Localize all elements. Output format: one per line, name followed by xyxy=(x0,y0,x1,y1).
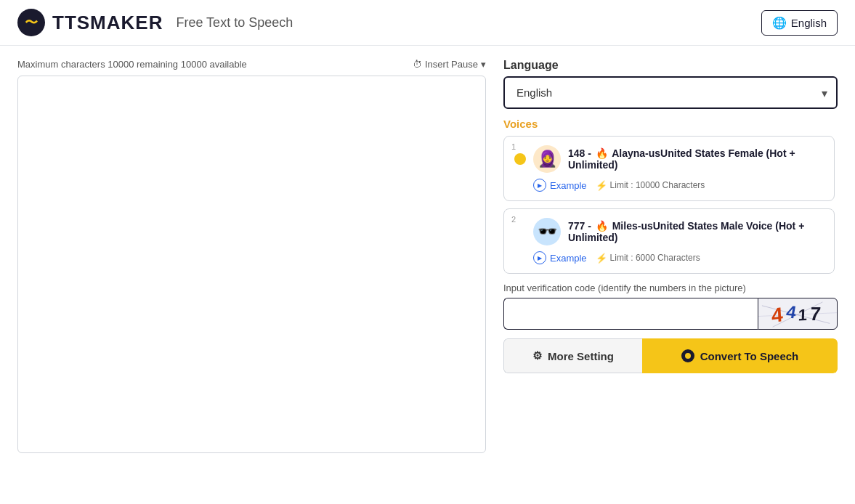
captcha-numbers: 44 17 xyxy=(771,302,824,325)
voices-section: Voices 1 🧕 148 - 🔥 Alayna-usUnited State… xyxy=(503,118,838,274)
verification-input[interactable] xyxy=(503,298,758,330)
voice-card-bottom-1: ▶ Example ⚡ Limit : 10000 Characters xyxy=(514,179,824,192)
right-panel: Language English Chinese Spanish French … xyxy=(503,59,838,453)
voice-card-1[interactable]: 1 🧕 148 - 🔥 Alayna-usUnited States Femal… xyxy=(503,136,835,201)
verification-section: Input verification code (identify the nu… xyxy=(503,283,838,330)
voice-card-top-2: 🕶️ 777 - 🔥 Miles-usUnited States Male Vo… xyxy=(514,218,824,245)
voice-selected-indicator-1 xyxy=(514,153,526,165)
limit-info-2: ⚡ Limit : 6000 Characters xyxy=(596,253,700,264)
tagline: Free Text to Speech xyxy=(176,15,293,31)
fire-icon-1: 🔥 xyxy=(596,147,608,159)
voice-avatar-2: 🕶️ xyxy=(533,218,561,245)
voice-name-2: 777 - 🔥 Miles-usUnited States Male Voice… xyxy=(568,220,824,243)
logo-icon: 〜 xyxy=(17,9,45,36)
language-section: Language English Chinese Spanish French … xyxy=(503,59,838,109)
header: 〜 TTSMAKER Free Text to Speech 🌐 English xyxy=(0,0,855,46)
char-count-label: Maximum characters 10000 remaining 10000… xyxy=(17,59,247,70)
left-panel: Maximum characters 10000 remaining 10000… xyxy=(17,59,486,453)
example-button-2[interactable]: ▶ Example xyxy=(533,251,587,264)
text-input[interactable] xyxy=(17,76,486,453)
voice-number-2: 2 xyxy=(511,215,516,224)
play-icon-2: ▶ xyxy=(533,251,546,264)
char-info-bar: Maximum characters 10000 remaining 10000… xyxy=(17,59,486,70)
language-select-wrapper: English Chinese Spanish French German Ja… xyxy=(503,76,838,109)
example-button-1[interactable]: ▶ Example xyxy=(533,179,587,192)
play-icon-1: ▶ xyxy=(533,179,546,192)
voice-number-1: 1 xyxy=(511,142,516,151)
settings-icon: ⚙ xyxy=(532,349,542,362)
voices-section-label: Voices xyxy=(503,118,838,130)
captcha-image[interactable]: 44 17 xyxy=(758,298,838,330)
chevron-down-icon: ▾ xyxy=(481,59,486,70)
voice-card-bottom-2: ▶ Example ⚡ Limit : 6000 Characters xyxy=(514,251,824,264)
verification-label: Input verification code (identify the nu… xyxy=(503,283,838,293)
voice-card-top-1: 🧕 148 - 🔥 Alayna-usUnited States Female … xyxy=(514,145,824,173)
voice-name-1: 148 - 🔥 Alayna-usUnited States Female (H… xyxy=(568,147,824,171)
logo-text: TTSMAKER xyxy=(52,12,163,34)
limit-text-1: Limit : 10000 Characters xyxy=(610,180,705,190)
globe-icon: 🌐 xyxy=(772,16,787,30)
example-label-2: Example xyxy=(550,253,587,264)
fire-icon-2: 🔥 xyxy=(596,220,608,232)
more-setting-label: More Setting xyxy=(548,350,614,362)
limit-icon-1: ⚡ xyxy=(596,180,607,191)
limit-text-2: Limit : 6000 Characters xyxy=(610,253,700,263)
voice-avatar-1: 🧕 xyxy=(533,145,561,173)
insert-pause-button[interactable]: ⏱ Insert Pause ▾ xyxy=(413,59,486,70)
voices-list: 1 🧕 148 - 🔥 Alayna-usUnited States Femal… xyxy=(503,136,838,274)
limit-info-1: ⚡ Limit : 10000 Characters xyxy=(596,180,705,191)
language-button[interactable]: 🌐 English xyxy=(761,10,838,36)
convert-label: Convert To Speech xyxy=(700,350,799,362)
language-section-label: Language xyxy=(503,59,838,72)
record-inner xyxy=(685,353,691,359)
pause-icon: ⏱ xyxy=(413,59,422,70)
voice-card-2[interactable]: 2 🕶️ 777 - 🔥 Miles-usUnited States Male … xyxy=(503,208,835,274)
example-label-1: Example xyxy=(550,180,587,191)
verification-row: 44 17 xyxy=(503,298,838,330)
main-content: Maximum characters 10000 remaining 10000… xyxy=(0,46,855,466)
insert-pause-label: Insert Pause xyxy=(425,59,478,70)
limit-icon-2: ⚡ xyxy=(596,253,607,264)
action-row: ⚙ More Setting Convert To Speech xyxy=(503,338,838,373)
language-select[interactable]: English Chinese Spanish French German Ja… xyxy=(503,76,838,109)
more-setting-button[interactable]: ⚙ More Setting xyxy=(503,338,642,373)
record-icon xyxy=(681,349,694,362)
logo-area: 〜 TTSMAKER Free Text to Speech xyxy=(17,9,293,36)
language-button-label: English xyxy=(791,17,827,29)
convert-button[interactable]: Convert To Speech xyxy=(642,338,838,373)
